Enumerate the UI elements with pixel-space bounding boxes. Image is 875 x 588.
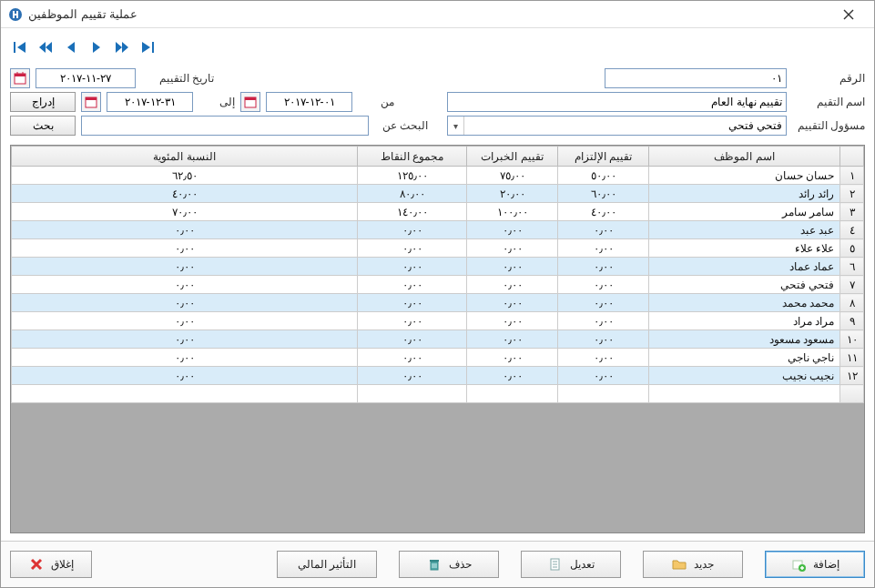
cell-commitment[interactable]: ٠٫٠٠ (558, 367, 649, 385)
cell-percent[interactable]: ٠٫٠٠ (12, 294, 358, 312)
cell-name[interactable]: سامر سامر (649, 203, 840, 221)
cell-points[interactable]: ١٤٠٫٠٠ (358, 203, 467, 221)
cell-percent[interactable]: ٠٫٠٠ (12, 276, 358, 294)
col-experience[interactable]: تقييم الخبرات (467, 147, 558, 167)
nav-last-icon[interactable] (137, 37, 158, 57)
cell-name[interactable]: محمد محمد (649, 294, 840, 312)
close-window-button[interactable]: إغلاق (10, 551, 92, 578)
cell-experience[interactable]: ٠٫٠٠ (467, 221, 558, 239)
cell-percent[interactable]: ٧٠٫٠٠ (12, 203, 358, 221)
cell-percent[interactable]: ٠٫٠٠ (12, 349, 358, 367)
table-row[interactable]: ٩مراد مراد٠٫٠٠٠٫٠٠٠٫٠٠٠٫٠٠ (12, 312, 864, 330)
cell-name[interactable]: رائد رائد (649, 185, 840, 203)
table-row[interactable]: ٨محمد محمد٠٫٠٠٠٫٠٠٠٫٠٠٠٫٠٠ (12, 294, 864, 312)
cell-percent[interactable]: ٠٫٠٠ (12, 367, 358, 385)
eval-name-field[interactable] (447, 92, 788, 112)
nav-first-icon[interactable] (10, 37, 30, 57)
cell-experience[interactable]: ٠٫٠٠ (467, 294, 558, 312)
cell-commitment[interactable]: ٤٠٫٠٠ (558, 203, 649, 221)
cell-points[interactable]: ٠٫٠٠ (358, 312, 467, 330)
cell-percent[interactable]: ٠٫٠٠ (12, 330, 358, 349)
cell-experience[interactable]: ٠٫٠٠ (467, 367, 558, 385)
table-row[interactable]: ١٠مسعود مسعود٠٫٠٠٠٫٠٠٠٫٠٠٠٫٠٠ (12, 330, 864, 349)
add-button[interactable]: إضافة (765, 551, 865, 578)
eval-date-field[interactable] (36, 68, 136, 88)
table-row[interactable]: ٣سامر سامر٤٠٫٠٠١٠٠٫٠٠١٤٠٫٠٠٧٠٫٠٠ (12, 203, 864, 221)
new-button[interactable]: جديد (643, 551, 743, 578)
cell-experience[interactable]: ١٠٠٫٠٠ (467, 203, 558, 221)
cell-experience[interactable]: ٠٫٠٠ (467, 349, 558, 367)
cell-points[interactable]: ٠٫٠٠ (358, 330, 467, 349)
cell-points[interactable]: ٨٠٫٠٠ (358, 185, 467, 203)
cell-commitment[interactable]: ٠٫٠٠ (558, 349, 649, 367)
nav-next-icon[interactable] (86, 37, 107, 57)
table-row[interactable]: ١حسان حسان٥٠٫٠٠٧٥٫٠٠١٢٥٫٠٠٦٢٫٥٠ (12, 167, 864, 185)
cell-points[interactable]: ٠٫٠٠ (358, 367, 467, 385)
table-row[interactable]: ٧فتحي فتحي٠٫٠٠٠٫٠٠٠٫٠٠٠٫٠٠ (12, 276, 864, 294)
calendar-icon[interactable] (81, 92, 101, 112)
cell-points[interactable]: ٠٫٠٠ (358, 258, 467, 276)
cell-experience[interactable]: ٠٫٠٠ (467, 276, 558, 294)
calendar-icon[interactable] (240, 92, 260, 112)
cell-name[interactable]: علاء علاء (649, 239, 840, 258)
cell-name[interactable]: فتحي فتحي (649, 276, 840, 294)
col-commitment[interactable]: تقييم الإلتزام (558, 147, 649, 167)
nav-fast-next-icon[interactable] (112, 37, 132, 57)
cell-experience[interactable]: ٢٠٫٠٠ (467, 185, 558, 203)
cell-points[interactable]: ٠٫٠٠ (358, 294, 467, 312)
cell-experience[interactable]: ٠٫٠٠ (467, 258, 558, 276)
to-date-field[interactable] (107, 92, 193, 112)
col-name[interactable]: اسم الموظف (649, 147, 840, 167)
close-button[interactable] (830, 2, 867, 27)
cell-commitment[interactable]: ٠٫٠٠ (558, 221, 649, 239)
col-points[interactable]: مجموع النقاط (358, 147, 467, 167)
cell-percent[interactable]: ٠٫٠٠ (12, 221, 358, 239)
nav-prev-icon[interactable] (61, 37, 81, 57)
table-row[interactable]: ٢رائد رائد٦٠٫٠٠٢٠٫٠٠٨٠٫٠٠٤٠٫٠٠ (12, 185, 864, 203)
cell-percent[interactable]: ٠٫٠٠ (12, 239, 358, 258)
search-input[interactable] (81, 116, 369, 136)
cell-name[interactable]: حسان حسان (649, 167, 840, 185)
cell-name[interactable]: مراد مراد (649, 312, 840, 330)
table-row[interactable]: ٤عبد عبد٠٫٠٠٠٫٠٠٠٫٠٠٠٫٠٠ (12, 221, 864, 239)
cell-name[interactable]: ناجي ناجي (649, 349, 840, 367)
supervisor-combo[interactable]: فتحي فتحي ▾ (447, 116, 788, 136)
cell-experience[interactable]: ٠٫٠٠ (467, 239, 558, 258)
table-row[interactable]: ٦عماد عماد٠٫٠٠٠٫٠٠٠٫٠٠٠٫٠٠ (12, 258, 864, 276)
cell-percent[interactable]: ٤٠٫٠٠ (12, 185, 358, 203)
insert-button[interactable]: إدراج (10, 92, 76, 112)
table-row[interactable]: ٥علاء علاء٠٫٠٠٠٫٠٠٠٫٠٠٠٫٠٠ (12, 239, 864, 258)
edit-button[interactable]: تعديل (521, 551, 621, 578)
col-percent[interactable]: النسبة المئوية (12, 147, 358, 167)
cell-points[interactable]: ١٢٥٫٠٠ (358, 167, 467, 185)
cell-points[interactable]: ٠٫٠٠ (358, 349, 467, 367)
cell-percent[interactable]: ٠٫٠٠ (12, 312, 358, 330)
cell-name[interactable]: مسعود مسعود (649, 330, 840, 349)
cell-commitment[interactable]: ٥٠٫٠٠ (558, 167, 649, 185)
cell-percent[interactable]: ٦٢٫٥٠ (12, 167, 358, 185)
cell-name[interactable]: عبد عبد (649, 221, 840, 239)
cell-commitment[interactable]: ٦٠٫٠٠ (558, 185, 649, 203)
cell-points[interactable]: ٠٫٠٠ (358, 276, 467, 294)
table-row-empty[interactable] (12, 385, 864, 403)
cell-commitment[interactable]: ٠٫٠٠ (558, 294, 649, 312)
cell-percent[interactable]: ٠٫٠٠ (12, 258, 358, 276)
cell-commitment[interactable]: ٠٫٠٠ (558, 312, 649, 330)
cell-commitment[interactable]: ٠٫٠٠ (558, 330, 649, 349)
cell-name[interactable]: عماد عماد (649, 258, 840, 276)
delete-button[interactable]: حذف (399, 551, 499, 578)
search-button[interactable]: بحث (10, 116, 76, 136)
table-row[interactable]: ١٢نجيب نجيب٠٫٠٠٠٫٠٠٠٫٠٠٠٫٠٠ (12, 367, 864, 385)
number-field[interactable] (605, 68, 787, 88)
nav-fast-prev-icon[interactable] (36, 37, 56, 57)
cell-commitment[interactable]: ٠٫٠٠ (558, 258, 649, 276)
calendar-icon[interactable] (10, 68, 30, 88)
cell-points[interactable]: ٠٫٠٠ (358, 239, 467, 258)
table-row[interactable]: ١١ناجي ناجي٠٫٠٠٠٫٠٠٠٫٠٠٠٫٠٠ (12, 349, 864, 367)
cell-commitment[interactable]: ٠٫٠٠ (558, 239, 649, 258)
cell-name[interactable]: نجيب نجيب (649, 367, 840, 385)
cell-commitment[interactable]: ٠٫٠٠ (558, 276, 649, 294)
cell-experience[interactable]: ٠٫٠٠ (467, 330, 558, 349)
cell-experience[interactable]: ٧٥٫٠٠ (467, 167, 558, 185)
cell-points[interactable]: ٠٫٠٠ (358, 221, 467, 239)
